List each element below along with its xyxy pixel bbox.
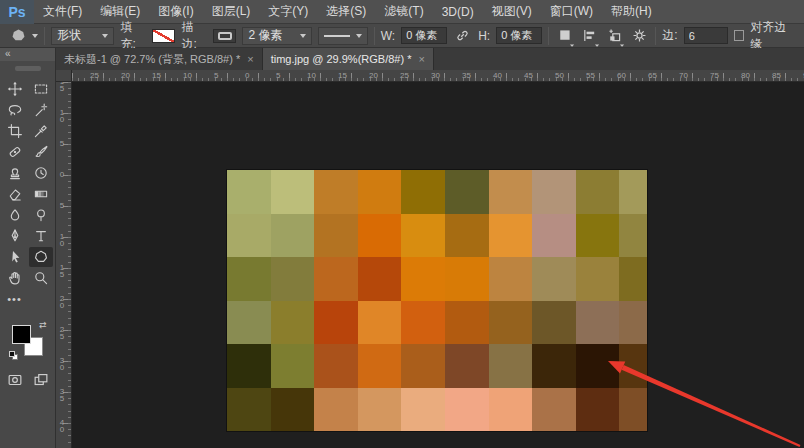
brush-tool[interactable] [29, 142, 53, 162]
tab-title: timg.jpg @ 29.9%(RGB/8#) * [271, 53, 412, 65]
solid-line-icon [324, 35, 350, 37]
tab-timg-jpg[interactable]: timg.jpg @ 29.9%(RGB/8#) * × [263, 48, 434, 70]
horizontal-ruler[interactable]: 2520151050510152025303540455055606570758… [72, 70, 804, 82]
menu-item-3[interactable]: 图层(L) [203, 0, 260, 23]
pixel-cell [489, 214, 533, 258]
ruler-label: 35 [58, 388, 66, 402]
pixel-cell [271, 170, 315, 214]
fill-swatch[interactable] [152, 29, 175, 43]
ruler-label: 50 [555, 71, 564, 80]
empty-slot [29, 289, 53, 309]
pixel-cell [271, 301, 315, 345]
collapse-panel-button[interactable]: « [0, 48, 55, 61]
tool-mode-dropdown[interactable]: 形状 [51, 27, 114, 45]
close-icon[interactable]: × [247, 53, 253, 65]
default-colors-icon[interactable] [9, 351, 19, 361]
pixel-cell [532, 170, 576, 214]
zoom-tool[interactable] [29, 268, 53, 288]
foreground-color-swatch[interactable] [12, 325, 31, 344]
history-brush-tool[interactable] [29, 163, 53, 183]
pixel-cell [271, 257, 315, 301]
dodge-tool[interactable] [29, 205, 53, 225]
stroke-type-dropdown[interactable] [318, 27, 368, 45]
ruler-label: 35 [462, 71, 471, 80]
panel-grip[interactable] [15, 66, 41, 71]
more-tools-button[interactable]: ••• [3, 289, 27, 309]
pixel-cell [401, 214, 445, 258]
ruler-label: 15 [152, 71, 161, 80]
pen-tool[interactable] [3, 226, 27, 246]
pixel-cell [576, 257, 620, 301]
shape-tool[interactable] [29, 247, 53, 267]
menu-item-7[interactable]: 3D(D) [433, 0, 483, 23]
stroke-swatch[interactable] [213, 29, 236, 43]
eyedropper-tool[interactable] [29, 121, 53, 141]
screen-mode-icon[interactable] [32, 371, 50, 389]
menu-item-9[interactable]: 窗口(W) [541, 0, 602, 23]
pixel-cell [401, 344, 445, 388]
path-arrange-icon[interactable] [605, 26, 624, 46]
pixel-cell [227, 388, 271, 432]
ruler-origin-box[interactable] [56, 70, 72, 82]
gradient-tool[interactable] [29, 184, 53, 204]
pixel-cell [401, 388, 445, 432]
ruler-label: 25 [90, 71, 99, 80]
height-input[interactable] [496, 27, 542, 44]
ruler-label: 85 [772, 71, 781, 80]
link-icon[interactable] [453, 26, 472, 46]
hand-tool[interactable] [3, 268, 27, 288]
lasso-tool[interactable] [3, 100, 27, 120]
menu-item-10[interactable]: 帮助(H) [602, 0, 661, 23]
menu-item-5[interactable]: 选择(S) [317, 0, 375, 23]
sides-input[interactable] [684, 27, 728, 44]
gear-icon[interactable] [630, 26, 649, 46]
type-tool[interactable] [29, 226, 53, 246]
crop-tool[interactable] [3, 121, 27, 141]
menu-item-4[interactable]: 文字(Y) [259, 0, 317, 23]
path-selection-tool[interactable] [3, 247, 27, 267]
ruler-label: 20 [121, 71, 130, 80]
eraser-tool[interactable] [3, 184, 27, 204]
pixel-cell [576, 301, 620, 345]
vertical-ruler[interactable]: 151050510152025303540 [56, 82, 72, 448]
blur-tool[interactable] [3, 205, 27, 225]
path-align-icon[interactable] [580, 26, 599, 46]
pixel-cell [489, 257, 533, 301]
tool-preset-picker[interactable] [8, 26, 38, 46]
pixel-cell [489, 170, 533, 214]
spot-healing-brush-tool[interactable] [3, 142, 27, 162]
pixel-cell [619, 344, 647, 388]
close-icon[interactable]: × [418, 53, 424, 65]
menu-item-6[interactable]: 滤镜(T) [375, 0, 432, 23]
quick-mask-icon[interactable] [6, 371, 24, 389]
width-input[interactable] [401, 27, 447, 44]
move-tool[interactable] [3, 79, 27, 99]
chevron-down-icon [356, 34, 362, 38]
pixel-cell [358, 257, 402, 301]
tab-untitled-1[interactable]: 未标题-1 @ 72.7% (背景, RGB/8#) * × [56, 48, 263, 70]
ruler-label: 15 [338, 71, 347, 80]
pixel-cell [358, 214, 402, 258]
pixelated-image[interactable] [227, 170, 647, 431]
ruler-label: 75 [710, 71, 719, 80]
ruler-label: 5 [276, 71, 280, 80]
divider [655, 27, 656, 45]
stroke-width-dropdown[interactable]: 2 像素 [242, 27, 311, 45]
pixel-cell [358, 301, 402, 345]
pixel-cell [532, 257, 576, 301]
ruler-label: 10 [58, 109, 66, 123]
pixel-cell [271, 214, 315, 258]
pixel-cell [532, 388, 576, 432]
chevron-down-icon [32, 34, 38, 38]
menu-item-0[interactable]: 文件(F) [34, 0, 91, 23]
menu-item-8[interactable]: 视图(V) [483, 0, 541, 23]
path-operations-icon[interactable] [555, 26, 574, 46]
rectangular-marquee-tool[interactable] [29, 79, 53, 99]
canvas-area[interactable]: 2520151050510152025303540455055606570758… [56, 70, 804, 448]
pixel-cell [358, 170, 402, 214]
clone-stamp-tool[interactable] [3, 163, 27, 183]
magic-wand-tool[interactable] [29, 100, 53, 120]
swap-colors-icon[interactable]: ⇄ [39, 320, 47, 330]
align-edges-checkbox[interactable] [734, 30, 745, 41]
ruler-label: 20 [58, 295, 66, 309]
